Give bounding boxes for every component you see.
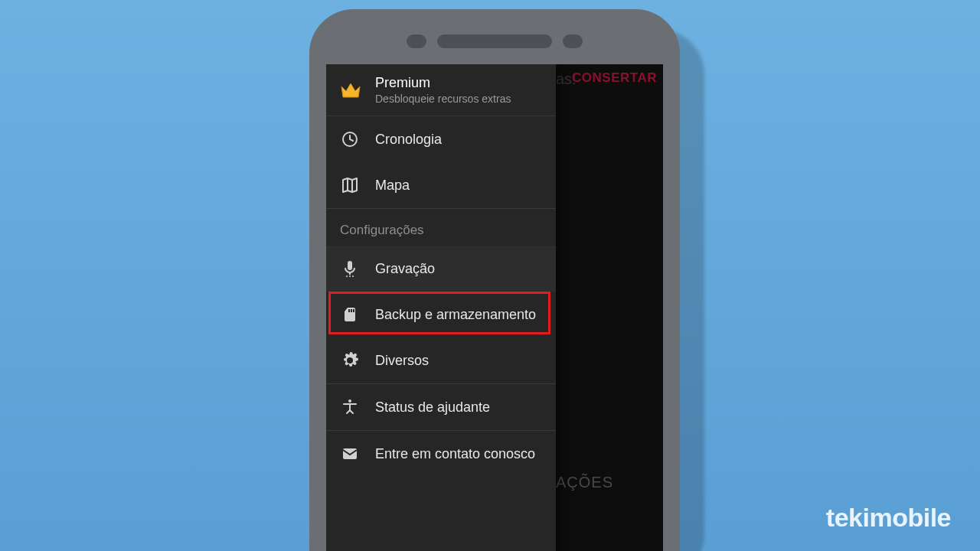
drawer-section-header: Configurações bbox=[326, 209, 556, 246]
drawer-item-map[interactable]: Mapa bbox=[326, 162, 556, 208]
drawer-item-label: Mapa bbox=[375, 178, 410, 194]
navigation-drawer: Premium Desbloqueie recursos extras Cron… bbox=[326, 64, 556, 551]
sensor-dot bbox=[407, 34, 426, 48]
svg-rect-7 bbox=[351, 309, 352, 312]
svg-point-9 bbox=[348, 399, 351, 403]
clock-icon bbox=[340, 130, 360, 148]
fix-button[interactable]: CONSERTAR bbox=[572, 70, 657, 86]
premium-title: Premium bbox=[375, 75, 511, 91]
svg-rect-2 bbox=[348, 261, 352, 270]
premium-subtitle: Desbloqueie recursos extras bbox=[375, 93, 511, 105]
svg-point-5 bbox=[352, 276, 354, 277]
drawer-item-recording[interactable]: Gravação bbox=[326, 246, 556, 292]
svg-point-4 bbox=[349, 276, 351, 277]
phone-sensor-row bbox=[326, 26, 663, 57]
svg-point-3 bbox=[346, 276, 348, 277]
speaker-grille bbox=[437, 34, 552, 48]
drawer-item-label: Gravação bbox=[375, 261, 435, 277]
mail-icon bbox=[340, 445, 360, 463]
drawer-item-label: Cronologia bbox=[375, 132, 442, 148]
svg-rect-8 bbox=[353, 309, 354, 312]
drawer-item-helper-status[interactable]: Status de ajudante bbox=[326, 384, 556, 430]
sensor-dot bbox=[563, 34, 583, 48]
watermark-logo: tekimobile bbox=[826, 503, 951, 533]
background-partial-text: AÇÕES bbox=[556, 474, 613, 491]
phone-frame: as! CONSERTAR AÇÕES Premium Desbloqueie … bbox=[309, 9, 680, 551]
accessibility-icon bbox=[340, 398, 360, 416]
microphone-icon bbox=[340, 259, 360, 278]
drawer-item-label: Entre em contato conosco bbox=[375, 446, 535, 462]
drawer-item-contact[interactable]: Entre em contato conosco bbox=[326, 431, 556, 477]
drawer-item-timeline[interactable]: Cronologia bbox=[326, 116, 556, 162]
drawer-item-backup[interactable]: Backup e armazenamento bbox=[326, 292, 556, 337]
svg-rect-6 bbox=[348, 309, 350, 312]
drawer-item-label: Diversos bbox=[375, 353, 429, 369]
crown-icon bbox=[340, 82, 361, 99]
drawer-item-label: Backup e armazenamento bbox=[375, 307, 536, 323]
drawer-item-premium[interactable]: Premium Desbloqueie recursos extras bbox=[326, 64, 556, 116]
sd-card-icon bbox=[340, 305, 360, 324]
map-icon bbox=[340, 176, 360, 194]
gear-icon bbox=[340, 351, 360, 370]
phone-screen: as! CONSERTAR AÇÕES Premium Desbloqueie … bbox=[326, 64, 663, 551]
drawer-item-misc[interactable]: Diversos bbox=[326, 337, 556, 383]
svg-marker-0 bbox=[341, 83, 360, 97]
drawer-item-label: Status de ajudante bbox=[375, 399, 490, 416]
